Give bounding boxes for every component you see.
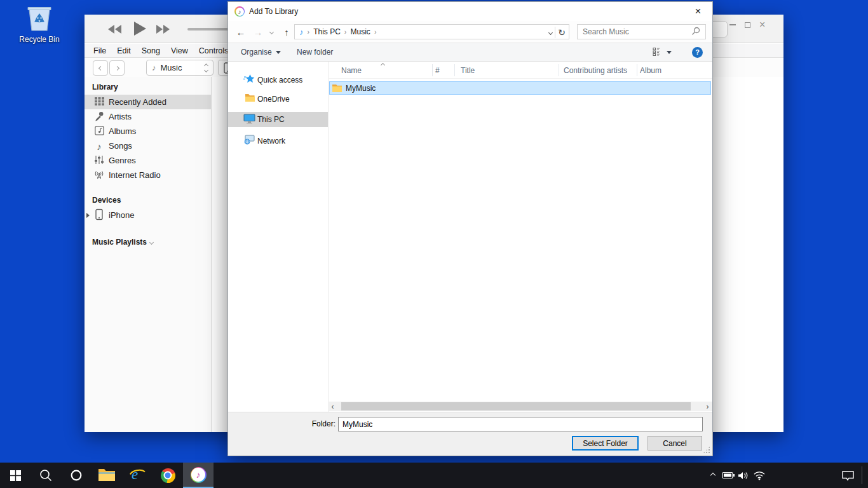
itunes-forward-button[interactable]: [109, 60, 125, 76]
sidebar-item-label: Recently Added: [109, 97, 166, 107]
organise-button[interactable]: Organise: [241, 43, 281, 61]
search-input[interactable]: [583, 27, 691, 36]
itunes-back-button[interactable]: [93, 60, 108, 76]
breadcrumb-music[interactable]: Music: [351, 27, 370, 36]
search-box[interactable]: [577, 24, 706, 39]
resize-grip[interactable]: [703, 446, 710, 454]
up-icon[interactable]: ↑: [279, 24, 294, 39]
folder-name-input[interactable]: [338, 417, 703, 431]
volume-tray-button[interactable]: [736, 463, 751, 488]
cancel-button[interactable]: Cancel: [648, 436, 702, 451]
search-icon: [691, 27, 700, 37]
dialog-address-row: ← → ↑ ♪ › This PC › Music › ↻: [228, 21, 712, 43]
itunes-dialog-icon: ♪: [234, 6, 245, 17]
close-icon[interactable]: ×: [684, 2, 712, 20]
column-name[interactable]: Name: [341, 66, 362, 75]
itunes-icon: ♪: [191, 467, 207, 483]
column-number[interactable]: #: [435, 66, 440, 75]
column-headers: Name # Title Contributing artists Album: [328, 62, 712, 79]
album-icon: [93, 126, 105, 137]
scroll-left-icon[interactable]: ‹: [328, 402, 337, 411]
file-explorer-button[interactable]: [92, 463, 122, 488]
close-icon[interactable]: ×: [759, 20, 765, 30]
crumb-separator-icon: ›: [308, 28, 310, 36]
menu-song[interactable]: Song: [142, 46, 160, 55]
show-desktop-button[interactable]: [862, 466, 862, 484]
chrome-icon: [161, 468, 175, 483]
cortana-button[interactable]: [61, 463, 92, 488]
refresh-icon[interactable]: ↻: [558, 27, 568, 37]
music-playlists-header[interactable]: Music Playlists: [85, 232, 211, 250]
column-album[interactable]: Album: [640, 66, 661, 75]
column-contributing-artists[interactable]: Contributing artists: [564, 66, 627, 75]
music-note-icon: ♪: [152, 63, 156, 72]
play-icon[interactable]: [134, 22, 146, 37]
sidebar-item-label: Artists: [109, 112, 132, 121]
itunes-taskbar-button[interactable]: ♪: [183, 463, 214, 488]
dialog-title: Add To Library: [249, 7, 298, 16]
battery-tray-button[interactable]: [721, 463, 736, 488]
back-icon[interactable]: ←: [233, 24, 248, 39]
start-button[interactable]: [0, 463, 31, 488]
iphone-icon: [93, 208, 105, 222]
next-track-icon[interactable]: [156, 25, 170, 36]
sidebar-item-label: Internet Radio: [109, 170, 161, 180]
desktop: Recycle Bin × File Edit Song: [0, 0, 868, 488]
sidebar-item-songs[interactable]: ♪ Songs: [85, 139, 211, 153]
minimize-icon[interactable]: [729, 24, 736, 25]
file-row-mymusic[interactable]: MyMusic: [329, 81, 711, 95]
windows-logo-icon: [10, 470, 21, 481]
library-picker[interactable]: ♪ Music: [146, 60, 214, 76]
sidebar-item-iphone[interactable]: iPhone: [85, 208, 211, 222]
recycle-bin[interactable]: Recycle Bin: [13, 4, 66, 44]
recent-locations-chevron-icon[interactable]: [266, 24, 276, 39]
internet-explorer-button[interactable]: e: [122, 463, 153, 488]
picker-chevrons-icon: [205, 64, 208, 72]
nav-item-quick-access[interactable]: Quick access: [228, 72, 328, 87]
scrollbar-thumb[interactable]: [341, 402, 691, 410]
previous-track-icon[interactable]: [108, 25, 122, 36]
menu-view[interactable]: View: [171, 46, 188, 55]
breadcrumb-this-pc[interactable]: This PC: [313, 27, 341, 36]
taskbar-search-button[interactable]: [31, 463, 61, 488]
itunes-window-controls: ×: [729, 17, 765, 33]
this-pc-monitor-icon: [243, 114, 255, 126]
maximize-icon[interactable]: [745, 22, 750, 28]
new-folder-button[interactable]: New folder: [297, 43, 333, 61]
sidebar-item-label: Albums: [109, 126, 136, 136]
sidebar-item-internet-radio[interactable]: Internet Radio: [85, 168, 211, 182]
horizontal-scrollbar[interactable]: ‹ ›: [328, 402, 712, 411]
select-folder-button[interactable]: Select Folder: [572, 436, 639, 451]
sidebar-item-recently-added[interactable]: Recently Added: [85, 95, 211, 109]
sort-ascending-icon: [381, 63, 385, 67]
menu-file[interactable]: File: [93, 46, 106, 55]
sidebar-item-genres[interactable]: Genres: [85, 153, 211, 168]
chevron-up-icon: [710, 473, 715, 478]
onedrive-folder-icon: [243, 94, 255, 104]
disclosure-icon[interactable]: [86, 213, 90, 218]
scroll-right-icon[interactable]: ›: [703, 402, 712, 411]
wifi-tray-button[interactable]: [751, 463, 768, 488]
help-button[interactable]: ?: [692, 43, 703, 61]
crumb-separator-icon: ›: [374, 28, 377, 36]
devices-header: Devices: [85, 190, 211, 208]
menu-controls[interactable]: Controls: [199, 46, 229, 55]
forward-icon[interactable]: →: [250, 24, 266, 39]
address-dropdown-icon[interactable]: [548, 30, 553, 34]
nav-item-this-pc[interactable]: This PC: [228, 112, 328, 127]
nav-item-network[interactable]: Network: [228, 133, 328, 148]
battery-icon: [722, 471, 735, 479]
nav-item-onedrive[interactable]: OneDrive: [228, 92, 328, 106]
menu-edit[interactable]: Edit: [117, 46, 131, 55]
column-title[interactable]: Title: [461, 66, 475, 75]
action-center-button[interactable]: [839, 463, 857, 488]
view-mode-button[interactable]: [653, 43, 672, 61]
chrome-button[interactable]: [153, 463, 183, 488]
file-list: Name # Title Contributing artists Album …: [328, 62, 712, 412]
address-bar[interactable]: ♪ › This PC › Music › ↻: [294, 24, 569, 39]
folder-icon: [332, 85, 342, 92]
dialog-nav-pane: Quick access OneDrive This PC Netwo: [228, 62, 328, 412]
sidebar-item-artists[interactable]: Artists: [85, 109, 211, 124]
tray-expand-button[interactable]: [705, 463, 721, 488]
sidebar-item-albums[interactable]: Albums: [85, 124, 211, 139]
